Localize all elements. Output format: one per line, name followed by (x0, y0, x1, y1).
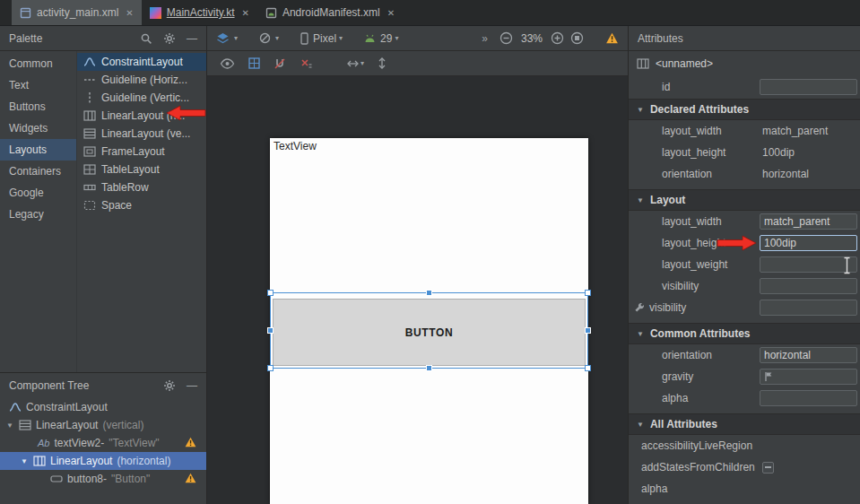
framelayout-icon (83, 146, 96, 157)
palette-item-guideline-vertical[interactable]: Guideline (Vertic... (77, 89, 206, 107)
attribute-value[interactable]: 100dip (760, 146, 860, 159)
tree-item-constraintlayout[interactable]: ConstraintLayout (0, 398, 206, 416)
chevron-down-icon: ▾ (361, 59, 364, 67)
close-icon[interactable]: ✕ (242, 8, 249, 18)
resize-handle-bottom-right[interactable] (585, 365, 591, 371)
attr-row-layout-width-declared: layout_width match_parent (629, 120, 860, 142)
gear-icon[interactable] (163, 32, 176, 45)
tab-androidmanifest-xml[interactable]: AndroidManifest.xml ✕ (257, 0, 403, 25)
search-icon[interactable] (140, 32, 152, 45)
resize-handle-top[interactable] (426, 290, 432, 296)
hide-icon[interactable]: — (187, 32, 197, 45)
layout-height-field[interactable]: 100dip (760, 235, 857, 251)
chevron-down-icon[interactable]: ▼ (20, 457, 29, 465)
palette-item-label: LinearLayout (ve... (101, 127, 190, 140)
tree-item-suffix: (horizontal) (117, 455, 170, 467)
category-text[interactable]: Text (0, 74, 76, 96)
category-containers[interactable]: Containers (0, 161, 76, 182)
resize-handle-bottom-left[interactable] (267, 365, 274, 371)
section-layout[interactable]: ▼ Layout (629, 189, 860, 211)
canvas-textview[interactable]: TextView (274, 140, 317, 152)
warning-icon[interactable] (185, 473, 196, 483)
tree-item-linearlayout-vertical[interactable]: ▼ LinearLayout(vertical) (0, 416, 206, 434)
attr-row-visibility: visibility (629, 275, 860, 297)
attr-row-orientation-declared: orientation horizontal (629, 163, 860, 185)
section-all-attributes[interactable]: ▼ All Attributes (629, 413, 860, 435)
close-icon[interactable]: ✕ (126, 8, 133, 18)
resize-handle-right[interactable] (585, 327, 591, 334)
linearlayout-horizontal-icon (637, 58, 649, 69)
close-icon[interactable]: ✕ (387, 8, 395, 18)
canvas-button[interactable]: BUTTON (273, 299, 586, 366)
palette-item-linearlayout-horizontal[interactable]: LinearLayout (h... (77, 107, 206, 125)
api-selector[interactable]: 29 ▾ (364, 32, 398, 45)
hide-icon[interactable]: — (187, 379, 197, 392)
warning-icon[interactable] (185, 437, 196, 448)
zoom-in-icon[interactable] (551, 31, 564, 45)
view-options-eye-icon[interactable] (220, 58, 235, 69)
layers-icon[interactable] (216, 32, 230, 44)
gravity-field[interactable] (760, 369, 857, 385)
chevron-down-icon[interactable]: ▾ (275, 34, 279, 42)
layout-weight-field[interactable] (760, 256, 857, 273)
category-layouts[interactable]: Layouts (0, 139, 76, 161)
visibility-field[interactable] (760, 278, 857, 294)
toolbar-overflow-icon[interactable]: » (482, 32, 488, 45)
palette-item-space[interactable]: Space (77, 196, 206, 214)
palette-item-framelayout[interactable]: FrameLayout (77, 143, 206, 161)
tree-item-linearlayout-horizontal[interactable]: ▼ LinearLayout(horizontal) (0, 452, 206, 470)
device-selector[interactable]: Pixel ▾ (300, 32, 343, 45)
section-common-attributes[interactable]: ▼ Common Attributes (629, 323, 860, 344)
gear-icon[interactable] (163, 379, 176, 392)
category-google[interactable]: Google (0, 182, 76, 204)
chevron-down-icon[interactable]: ▾ (234, 34, 238, 42)
tab-activity-main-xml[interactable]: activity_main.xml ✕ (12, 0, 142, 25)
zoom-to-fit-icon[interactable] (570, 31, 584, 45)
alpha-field[interactable] (760, 390, 857, 406)
palette-item-tablerow[interactable]: TableRow (77, 178, 206, 196)
autoconnect-off-magnet-icon[interactable] (274, 57, 286, 70)
tree-item-textview2[interactable]: Ab textView2- "TextView" (0, 434, 206, 452)
orientation-field[interactable]: horizontal (760, 347, 857, 363)
section-declared-attributes[interactable]: ▼ Declared Attributes (629, 99, 860, 120)
tree-item-button8[interactable]: button8- "Button" (0, 470, 206, 488)
attribute-value[interactable]: horizontal (760, 168, 860, 180)
palette-item-linearlayout-vertical[interactable]: LinearLayout (ve... (77, 125, 206, 143)
chevron-down-icon[interactable]: ▼ (5, 421, 14, 430)
tools-visibility-field[interactable] (760, 300, 857, 316)
palette-item-guideline-horizontal[interactable]: Guideline (Horiz... (77, 71, 206, 89)
palette-item-tablelayout[interactable]: TableLayout (77, 161, 206, 178)
zoom-out-icon[interactable] (499, 31, 513, 45)
category-legacy[interactable]: Legacy (0, 204, 76, 225)
button-label: BUTTON (405, 326, 453, 339)
field-text: 100dip (764, 237, 796, 249)
selected-component-row: <unnamed> (629, 51, 860, 75)
pack-horizontal-control[interactable]: ▾ (346, 59, 364, 68)
chevron-down-icon: ▼ (637, 330, 644, 338)
expand-vertical-control[interactable] (378, 56, 387, 70)
chevron-down-icon: ▼ (637, 106, 644, 114)
category-buttons[interactable]: Buttons (0, 96, 76, 117)
field-text: horizontal (764, 349, 811, 361)
attribute-value[interactable]: match_parent (760, 125, 860, 137)
resize-handle-top-left[interactable] (267, 290, 274, 296)
resize-handle-left[interactable] (267, 327, 274, 334)
blueprint-mode-icon[interactable] (248, 57, 260, 69)
resize-handle-bottom[interactable] (426, 365, 432, 371)
id-field[interactable] (760, 79, 857, 95)
addstatesfromchildren-checkbox[interactable] (762, 462, 774, 474)
category-widgets[interactable]: Widgets (0, 117, 76, 139)
attr-row-layout-width: layout_width match_parent (629, 211, 860, 232)
layout-width-field[interactable]: match_parent (760, 213, 857, 230)
device-canvas[interactable]: TextView BUTTON (270, 138, 588, 504)
palette-item-constraintlayout[interactable]: ConstraintLayout (77, 53, 206, 71)
design-theme-icon[interactable] (259, 32, 271, 44)
clear-constraints-icon[interactable] (300, 57, 312, 70)
resize-handle-top-right[interactable] (585, 290, 591, 296)
layout-file-icon (20, 7, 31, 19)
tab-mainactivity-kt[interactable]: MainActivity.kt ✕ (142, 0, 257, 25)
warning-icon[interactable] (605, 32, 619, 44)
android-icon (364, 33, 376, 43)
device-label: Pixel (313, 32, 336, 45)
category-common[interactable]: Common (0, 53, 76, 74)
